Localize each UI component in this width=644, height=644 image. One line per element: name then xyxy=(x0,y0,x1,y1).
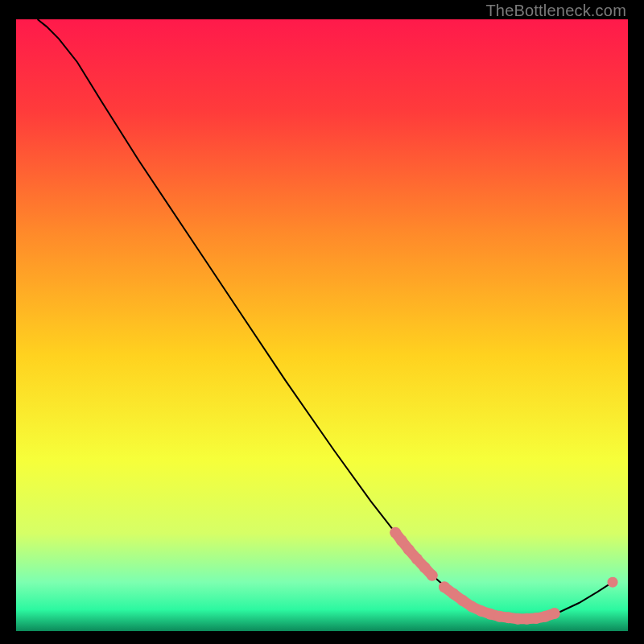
chart-frame xyxy=(16,19,628,631)
end-point xyxy=(608,577,618,588)
svg-point-7 xyxy=(448,588,459,600)
svg-point-3 xyxy=(411,553,423,564)
svg-point-8 xyxy=(457,595,469,606)
svg-point-1 xyxy=(396,535,407,547)
svg-point-5 xyxy=(427,570,438,581)
svg-point-18 xyxy=(549,608,560,619)
watermark-text: TheBottleneck.com xyxy=(485,2,626,20)
svg-point-6 xyxy=(439,581,450,592)
svg-point-2 xyxy=(403,544,415,555)
chart-svg xyxy=(16,19,628,631)
